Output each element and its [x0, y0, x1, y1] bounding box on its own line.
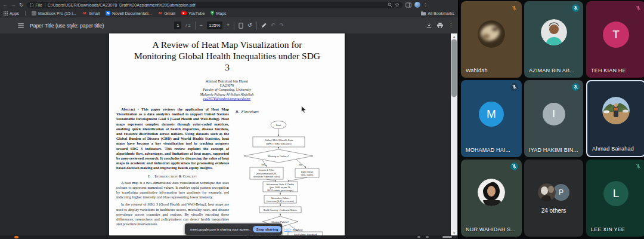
- svg-text:(min, types): (min, types): [301, 173, 314, 176]
- author-block: Ahmad Bairahad bin Husni CA23078 Faculty…: [109, 79, 345, 102]
- svg-text:Light Clean: Light Clean: [301, 170, 313, 173]
- avatar-initial: I: [543, 103, 565, 125]
- all-bookmarks[interactable]: All Bookmarks: [421, 11, 454, 16]
- participant-name: Wahidah: [466, 68, 488, 73]
- download-icon[interactable]: [426, 23, 432, 28]
- scrollbar-thumb[interactable]: [451, 39, 457, 97]
- bookmarks-bar: Apps MacBook Pro (15-i... M Gmail N Nove…: [0, 10, 458, 17]
- taskbar-sliver: [0, 235, 458, 239]
- participant-name: MOHAMAD HAI...: [466, 147, 510, 153]
- flowchart-heading: B. Flowchart: [236, 109, 259, 114]
- svg-text:Missing or Outliers?: Missing or Outliers?: [268, 155, 289, 158]
- bookmark-gmail-1[interactable]: M Gmail: [82, 11, 100, 16]
- apps-grid-icon: [4, 11, 8, 16]
- scroll-down-button[interactable]: ▼: [451, 230, 457, 235]
- forward-icon[interactable]: →: [11, 2, 16, 8]
- participant-tile[interactable]: T TEH KIAN HE: [586, 1, 644, 78]
- participant-tile-self[interactable]: Ahmad Bairahad: [586, 80, 644, 157]
- affiliation-2: Malaysia Pahang Al-Sultan Abdullah: [109, 93, 345, 97]
- url-bar[interactable]: File C:/Users/USER/Downloads/CA23078_Dra…: [27, 2, 402, 8]
- participant-tile[interactable]: Wahidah: [461, 1, 522, 78]
- svg-text:winsorize / domain rules): winsorize / domain rules): [253, 175, 280, 178]
- mic-muted-icon: [634, 4, 642, 12]
- svg-text:Build Country × Indicator Matr: Build Country × Indicator Matrix: [264, 209, 297, 212]
- macbook-favicon: [32, 11, 36, 16]
- others-count-label: 24 others: [524, 207, 583, 214]
- avatar: [602, 97, 630, 124]
- participant-name: TEH KIAN HE: [591, 68, 626, 73]
- avatar: [541, 19, 567, 45]
- page-number-input[interactable]: 1: [174, 22, 181, 29]
- participant-tile[interactable]: L LEE XIN YEE: [586, 160, 644, 237]
- participant-tile[interactable]: M MOHAMAD HAI...: [461, 80, 522, 157]
- pdf-scrollbar[interactable]: ▲ ▼: [451, 33, 457, 235]
- annotate-pen-icon[interactable]: [261, 23, 267, 28]
- mouse-cursor: [301, 106, 306, 114]
- author-name: Ahmad Bairahad bin Husni: [109, 79, 345, 84]
- mic-muted-icon: [634, 163, 642, 170]
- participant-name: AZIMAN BIN AB...: [529, 68, 574, 73]
- bookmark-apps[interactable]: Apps: [4, 11, 19, 16]
- svg-text:Choose Palette?: Choose Palette?: [271, 220, 289, 223]
- taskbar-icon: [426, 236, 429, 238]
- avatar-initial: M: [479, 102, 504, 127]
- zoom-in-button[interactable]: +: [227, 23, 230, 28]
- zoom-level-input[interactable]: 125%: [207, 22, 222, 29]
- participant-tile[interactable]: I IYAD HAKIMI BIN...: [524, 80, 583, 157]
- left-column: Abstract - This paper reviews the applic…: [116, 107, 229, 226]
- youtube-favicon: [181, 11, 187, 16]
- bookmark-maps[interactable]: Maps: [210, 11, 226, 16]
- abstract-text: Abstract - This paper reviews the applic…: [116, 107, 229, 171]
- screen: ← → ↻ File C:/Users/USER/Downloads/CA230…: [0, 0, 644, 239]
- maps-pin-icon: [210, 11, 214, 16]
- avatar-initial: T: [603, 22, 629, 48]
- pdf-page: A Review of Heat Map Visualization for M…: [109, 33, 345, 235]
- svg-text:No: No: [299, 163, 302, 166]
- bookmark-star-icon[interactable]: [395, 2, 400, 7]
- participant-name: Ahmad Bairahad: [592, 146, 634, 152]
- bookmark-novell[interactable]: N Novell Documentati...: [106, 11, 152, 16]
- side-panel-icon[interactable]: [405, 2, 411, 8]
- mic-muted-icon: [510, 4, 518, 12]
- zoom-out-button[interactable]: −: [200, 23, 203, 28]
- bookmark-youtube[interactable]: YouTube: [181, 11, 205, 16]
- mic-muted-icon: [572, 4, 580, 12]
- mic-muted-icon: [510, 163, 518, 170]
- scroll-up-button[interactable]: ▲: [451, 33, 457, 39]
- avatar-initial: L: [603, 181, 628, 206]
- redo-icon[interactable]: ↷: [279, 23, 284, 28]
- pdf-viewport: A Review of Heat Map Visualization for M…: [0, 33, 458, 235]
- profile-avatar[interactable]: [414, 2, 420, 8]
- url-separator: [45, 3, 45, 7]
- gmail-favicon: M: [82, 11, 87, 16]
- participant-tile[interactable]: NUR WAHIDAH S...: [461, 160, 522, 237]
- reload-icon[interactable]: ↻: [19, 2, 24, 8]
- meet-participant-grid: Wahidah AZIMAN BIN AB... T TEH KIAN: [459, 0, 644, 239]
- overflow-tile[interactable]: P 24 others: [524, 160, 583, 237]
- fit-page-icon[interactable]: [239, 23, 243, 29]
- bookmark-gmail-2[interactable]: M Gmail: [158, 11, 175, 16]
- undo-icon[interactable]: ↶: [271, 23, 275, 28]
- search-icon[interactable]: [388, 2, 392, 7]
- avatar-photo: [478, 179, 505, 206]
- pdf-more-icon[interactable]: ⋮: [448, 23, 453, 28]
- pdf-toolbar: Paper Title (use style: paper title) 1 /…: [0, 17, 458, 33]
- avatar-photo: [602, 97, 630, 124]
- author-email[interactable]: ca23078@student.umpsa.edu.my: [109, 97, 345, 102]
- overflow-avatars: P: [524, 183, 583, 201]
- bookmark-macbook[interactable]: MacBook Pro (15-i...: [32, 11, 76, 16]
- stop-sharing-button[interactable]: Stop sharing: [253, 226, 282, 232]
- back-icon[interactable]: ←: [2, 2, 8, 8]
- rotate-icon[interactable]: ↺: [247, 23, 252, 28]
- url-text: C:/Users/USER/Downloads/CA23078_Draft%20…: [48, 3, 196, 7]
- avatar: [478, 179, 505, 206]
- bookmarks-separator: [25, 11, 26, 16]
- hide-banner-button[interactable]: Hide: [284, 228, 291, 231]
- participant-tile[interactable]: AZIMAN BIN AB...: [524, 1, 583, 78]
- print-icon[interactable]: [437, 23, 443, 28]
- svg-text:Impute & Filter: Impute & Filter: [259, 168, 275, 171]
- browser-menu-icon[interactable]: ⋮: [423, 2, 428, 8]
- file-icon: [30, 3, 33, 7]
- taskbar-clock: [442, 236, 452, 238]
- svg-text:(mean/median/IQR,: (mean/median/IQR,: [256, 172, 277, 175]
